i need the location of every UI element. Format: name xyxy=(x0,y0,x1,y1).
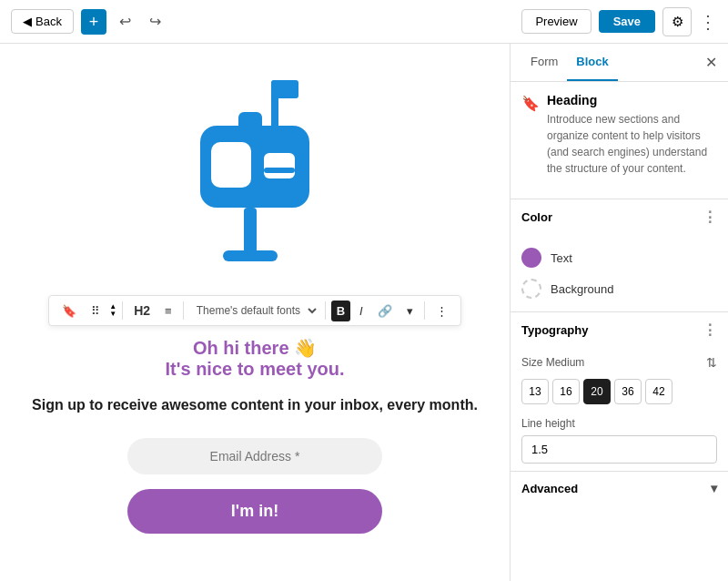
arrow-down-icon: ▼ xyxy=(109,311,116,318)
typography-section-label: Typography xyxy=(521,323,588,337)
drag-handle[interactable]: ⠿ xyxy=(86,301,106,321)
block-type-button[interactable]: 🔖 xyxy=(56,301,82,321)
color-section-header[interactable]: Color ⋮ xyxy=(511,199,728,235)
line-height-label: Line height xyxy=(521,417,717,430)
main-layout: 🔖 ⠿ ▲ ▼ H2 ≡ Theme's default fo xyxy=(0,44,728,581)
redo-icon: ↪ xyxy=(149,14,161,29)
svg-rect-6 xyxy=(244,208,257,253)
move-arrows[interactable]: ▲ ▼ xyxy=(109,303,116,318)
filter-icon[interactable]: ⇅ xyxy=(706,355,717,370)
undo-button[interactable]: ↩ xyxy=(114,9,136,34)
submit-label: I'm in! xyxy=(231,502,278,520)
color-section-label: Color xyxy=(521,210,552,224)
top-bar-left: ◀ Back + ↩ ↪ xyxy=(11,9,167,35)
text-align-button[interactable]: ≡ xyxy=(159,301,177,321)
svg-rect-5 xyxy=(264,168,295,173)
save-button[interactable]: Save xyxy=(599,10,655,33)
size-42-button[interactable]: 42 xyxy=(645,379,672,404)
top-bar: ◀ Back + ↩ ↪ Preview Save ⚙ ⋮ xyxy=(0,0,728,44)
line-height-group: Line height xyxy=(521,417,717,464)
settings-button[interactable]: ⚙ xyxy=(662,7,692,36)
preview-label: Preview xyxy=(535,15,577,28)
email-input[interactable] xyxy=(127,438,382,474)
advanced-section[interactable]: Advanced ▾ xyxy=(511,471,728,505)
bold-icon: B xyxy=(337,304,345,318)
gear-icon: ⚙ xyxy=(672,14,683,30)
preview-button[interactable]: Preview xyxy=(521,9,591,34)
advanced-label: Advanced xyxy=(521,482,578,495)
size-label: Size Medium xyxy=(521,356,584,369)
undo-icon: ↩ xyxy=(119,14,131,29)
more-text-options[interactable]: ▾ xyxy=(401,301,419,321)
panel-close-button[interactable]: ✕ xyxy=(705,54,717,71)
background-color-row[interactable]: Background xyxy=(521,273,717,304)
size-options: 13 16 20 36 42 xyxy=(521,379,717,404)
link-icon: 🔗 xyxy=(378,304,392,318)
line-height-input[interactable] xyxy=(521,435,717,464)
vertical-dots-icon: ⋮ xyxy=(436,304,448,318)
text-color-row[interactable]: Text xyxy=(521,242,717,273)
separator xyxy=(122,301,123,320)
top-bar-right: Preview Save ⚙ ⋮ xyxy=(521,7,717,36)
font-select[interactable]: Theme's default fonts xyxy=(189,300,319,321)
text-color-label: Text xyxy=(551,251,572,265)
svg-rect-8 xyxy=(238,112,262,132)
redo-button[interactable]: ↪ xyxy=(144,9,167,34)
canvas-content: 🔖 ⠿ ▲ ▼ H2 ≡ Theme's default fo xyxy=(0,44,510,552)
tab-block[interactable]: Block xyxy=(567,44,617,81)
back-arrow-icon: ◀ xyxy=(23,15,32,28)
close-icon: ✕ xyxy=(705,55,717,70)
typography-options-icon: ⋮ xyxy=(703,321,717,339)
size-13-button[interactable]: 13 xyxy=(521,379,549,404)
back-label: Back xyxy=(35,15,62,28)
save-label: Save xyxy=(613,15,641,28)
italic-icon: I xyxy=(359,304,363,318)
block-info: Heading Introduce new sections and organ… xyxy=(547,93,717,177)
tab-form[interactable]: Form xyxy=(521,44,567,81)
heading-level-button[interactable]: H2 xyxy=(128,300,156,321)
color-section: Color ⋮ Text Background xyxy=(511,199,728,311)
drag-icon: ⠿ xyxy=(91,304,100,318)
color-options-icon: ⋮ xyxy=(703,209,717,226)
dots-icon: ⋮ xyxy=(699,12,717,32)
panel-block-info: 🔖 Heading Introduce new sections and org… xyxy=(511,82,728,199)
heading-line1: Oh hi there 👋 xyxy=(193,337,317,359)
submit-button[interactable]: I'm in! xyxy=(127,489,382,534)
align-icon: ≡ xyxy=(165,304,172,318)
heading-block-icon: 🔖 xyxy=(521,95,540,112)
separator3 xyxy=(325,301,326,320)
svg-rect-3 xyxy=(211,142,251,188)
typography-section-header[interactable]: Typography ⋮ xyxy=(511,311,728,348)
more-options-button[interactable]: ⋮ xyxy=(699,11,717,33)
link-button[interactable]: 🔗 xyxy=(372,301,398,321)
size-36-button[interactable]: 36 xyxy=(614,379,642,404)
heading-line2: It's nice to meet you. xyxy=(165,359,344,380)
size-20-button[interactable]: 20 xyxy=(583,379,611,404)
block-desc: Introduce new sections and organize cont… xyxy=(547,111,717,177)
size-row: Size Medium ⇅ xyxy=(521,355,717,370)
italic-button[interactable]: I xyxy=(354,301,369,321)
heading-level-label: H2 xyxy=(134,303,150,318)
block-options-button[interactable]: ⋮ xyxy=(430,301,453,321)
body-text-content: Sign up to receive awesome content in yo… xyxy=(32,397,478,413)
typography-body: Size Medium ⇅ 13 16 20 36 42 Line height xyxy=(511,348,728,471)
tab-form-label: Form xyxy=(531,55,558,68)
background-color-swatch xyxy=(521,279,541,299)
color-options: Text Background xyxy=(511,235,728,311)
add-button[interactable]: + xyxy=(81,9,106,35)
separator2 xyxy=(183,301,184,320)
back-button[interactable]: ◀ Back xyxy=(11,9,74,34)
svg-rect-1 xyxy=(271,80,298,98)
body-text: Sign up to receive awesome content in yo… xyxy=(32,394,478,416)
background-color-label: Background xyxy=(551,282,613,296)
typography-section: Typography ⋮ Size Medium ⇅ 13 16 20 36 xyxy=(511,311,728,471)
chevron-icon: ▾ xyxy=(407,304,413,318)
bold-button[interactable]: B xyxy=(331,301,350,321)
size-16-button[interactable]: 16 xyxy=(552,379,580,404)
right-panel: Form Block ✕ 🔖 Heading Introduce new sec… xyxy=(510,44,728,581)
block-header: 🔖 Heading Introduce new sections and org… xyxy=(521,93,717,177)
chevron-down-icon: ▾ xyxy=(711,481,717,495)
plus-icon: + xyxy=(89,14,99,30)
svg-rect-4 xyxy=(264,153,295,178)
bookmark-icon: 🔖 xyxy=(62,304,76,318)
